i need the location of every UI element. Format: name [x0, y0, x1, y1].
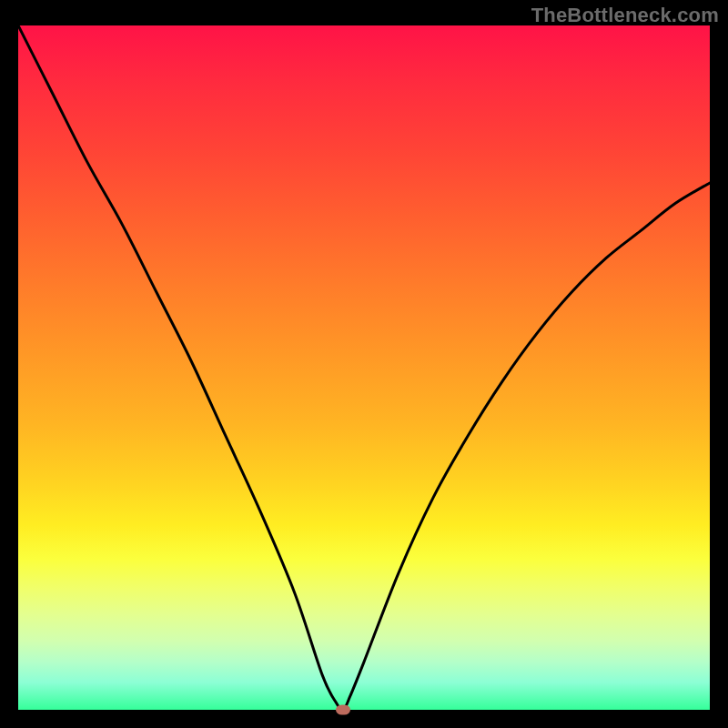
chart-frame: TheBottleneck.com: [0, 0, 728, 728]
minimum-marker: [336, 705, 350, 715]
plot-area: [18, 25, 710, 710]
bottleneck-curve: [18, 25, 710, 710]
attribution-label: TheBottleneck.com: [531, 4, 719, 27]
